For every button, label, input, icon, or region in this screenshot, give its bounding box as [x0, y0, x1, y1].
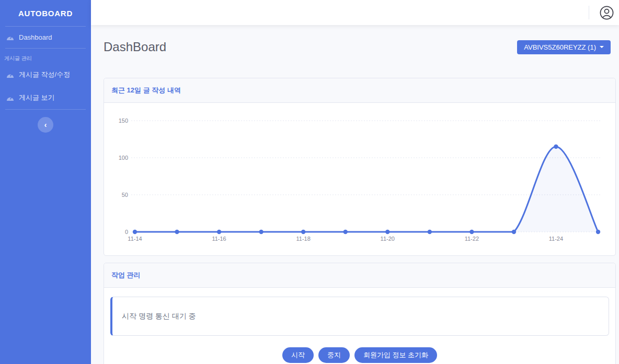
svg-text:11-24: 11-24 [549, 236, 563, 242]
sidebar-item-label: 게시글 작성/수정 [19, 70, 70, 79]
sidebar-item-dashboard[interactable]: Dashboard [0, 27, 91, 48]
svg-text:0: 0 [125, 229, 128, 235]
content-area: DashBoard AVBIVS5Z60REYZZ (1) 최근 12일 글 작… [91, 25, 619, 364]
svg-text:11-22: 11-22 [465, 236, 479, 242]
start-button[interactable]: 시작 [282, 347, 314, 363]
sidebar-collapse-wrap: ‹ [0, 110, 91, 133]
svg-text:100: 100 [119, 155, 128, 161]
sidebar-item-label: 게시글 보기 [19, 93, 55, 102]
tachometer-icon [6, 95, 14, 101]
caret-down-icon [600, 46, 604, 48]
app-root: AUTOBOARD Dashboard 게시글 관리 게시글 작성/수정 게시글… [0, 0, 619, 364]
sidebar-item-post-edit[interactable]: 게시글 작성/수정 [0, 63, 91, 86]
tachometer-icon [6, 34, 14, 41]
recent-posts-card: 최근 12일 글 작성 내역 05010015011-1411-1611-181… [104, 78, 616, 256]
task-card-body: 시작 명령 통신 대기 중 시작 중지 회원가입 정보 초기화 [104, 288, 615, 364]
task-card-title: 작업 관리 [104, 263, 615, 288]
recent-posts-card-title: 최근 12일 글 작성 내역 [104, 78, 615, 103]
topbar [91, 0, 619, 25]
account-dropdown-label: AVBIVS5Z60REYZZ (1) [524, 43, 596, 51]
angle-left-icon[interactable]: ‹ [38, 117, 53, 133]
task-buttons-row: 시작 중지 회원가입 정보 초기화 [110, 347, 609, 364]
chart-body: 05010015011-1411-1611-1811-2011-2211-24 [104, 103, 615, 255]
sidebar-item-post-view[interactable]: 게시글 보기 [0, 86, 91, 109]
reset-signup-info-button[interactable]: 회원가입 정보 초기화 [354, 347, 437, 363]
sidebar-item-label: Dashboard [19, 33, 52, 41]
main-column: DashBoard AVBIVS5Z60REYZZ (1) 최근 12일 글 작… [91, 0, 619, 364]
status-message-box: 시작 명령 통신 대기 중 [110, 297, 609, 336]
svg-text:11-18: 11-18 [296, 236, 311, 242]
brand-logo[interactable]: AUTOBOARD [0, 0, 91, 26]
topbar-divider [589, 6, 589, 19]
sidebar: AUTOBOARD Dashboard 게시글 관리 게시글 작성/수정 게시글… [0, 0, 91, 364]
user-circle-icon[interactable] [600, 6, 614, 20]
status-message: 시작 명령 통신 대기 중 [122, 312, 196, 321]
page-header: DashBoard AVBIVS5Z60REYZZ (1) [104, 40, 616, 54]
account-dropdown-button[interactable]: AVBIVS5Z60REYZZ (1) [517, 40, 611, 54]
svg-text:11-20: 11-20 [381, 236, 395, 242]
svg-text:11-16: 11-16 [212, 236, 226, 242]
task-management-card: 작업 관리 시작 명령 통신 대기 중 시작 중지 회원가입 정보 초기화 [104, 263, 616, 364]
page-title: DashBoard [104, 40, 166, 54]
posts-line-chart: 05010015011-1411-1611-1811-2011-2211-24 [104, 103, 616, 255]
sidebar-section-heading: 게시글 관리 [0, 49, 91, 63]
svg-text:150: 150 [119, 118, 128, 124]
stop-button[interactable]: 중지 [318, 347, 350, 363]
svg-text:50: 50 [122, 192, 128, 198]
svg-text:11-14: 11-14 [128, 236, 142, 242]
tachometer-icon [6, 72, 14, 78]
